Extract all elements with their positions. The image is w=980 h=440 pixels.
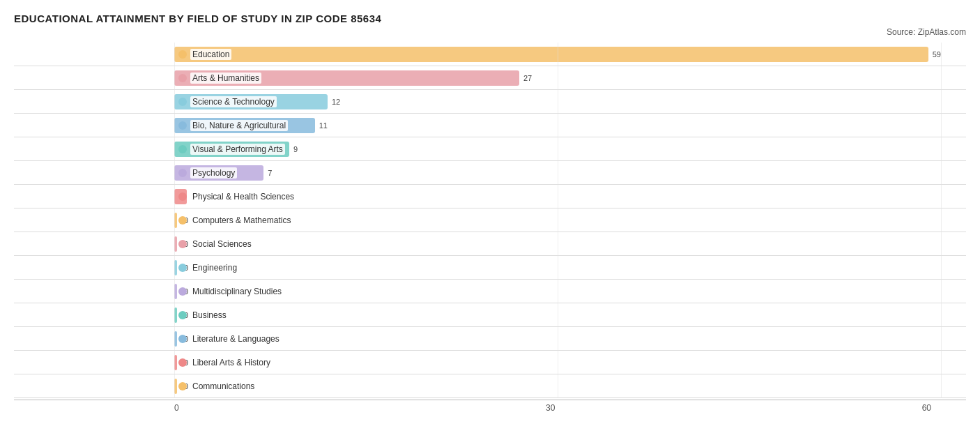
bar-label: Computers & Mathematics [178, 215, 293, 226]
bar-row: 0Liberal Arts & History [14, 351, 966, 374]
bar-label: Communications [178, 381, 257, 392]
bar-label: Social Sciences [178, 238, 254, 250]
label-text: Business [190, 310, 229, 321]
bar-fill [174, 284, 177, 299]
label-dot [178, 358, 187, 367]
bar-value-label: 59 [933, 50, 941, 59]
bar-row: 59Education [14, 43, 966, 66]
bar-row: 11Bio, Nature & Agricultural [14, 114, 966, 137]
label-text: Multidisciplinary Studies [190, 286, 284, 297]
x-axis: 03060 [14, 400, 966, 413]
bar-label: Bio, Nature & Agricultural [178, 120, 288, 131]
label-text: Social Sciences [190, 238, 254, 250]
chart-title: EDUCATIONAL ATTAINMENT BY FIELD OF STUDY… [14, 7, 966, 24]
label-text: Physical & Health Sciences [190, 191, 296, 202]
label-dot [178, 287, 187, 296]
bar-fill [174, 379, 177, 394]
bar-row: 1Physical & Health Sciences [14, 185, 966, 208]
bar-fill [174, 331, 177, 347]
bar-label: Science & Technology [178, 96, 277, 107]
label-text: Education [190, 49, 231, 60]
bar-row: 0Social Sciences [14, 232, 966, 256]
label-text: Psychology [190, 167, 237, 179]
bar-value-label: 11 [319, 121, 328, 130]
bar-fill [174, 355, 177, 370]
bar-label: Literature & Languages [178, 333, 282, 344]
bar-row: 0Literature & Languages [14, 327, 966, 351]
bar-label: Multidisciplinary Studies [178, 286, 284, 297]
label-dot [178, 50, 187, 59]
label-dot [178, 192, 187, 201]
bar-row: 12Science & Technology [14, 90, 966, 114]
label-text: Bio, Nature & Agricultural [190, 120, 288, 131]
label-text: Literature & Languages [190, 333, 282, 344]
bar-row: 0Engineering [14, 256, 966, 280]
bar-row: 27Arts & Humanities [14, 66, 966, 90]
label-dot [178, 335, 187, 343]
label-text: Science & Technology [190, 96, 277, 107]
label-text: Visual & Performing Arts [190, 144, 285, 155]
bar-row: 0Communications [14, 374, 966, 398]
bar-row: 0Multidisciplinary Studies [14, 280, 966, 303]
label-dot [178, 311, 187, 319]
label-dot [178, 382, 187, 390]
bar-label: Business [178, 310, 229, 321]
label-dot [178, 98, 187, 106]
label-text: Engineering [190, 262, 239, 273]
bar-label: Physical & Health Sciences [178, 191, 296, 202]
label-text: Computers & Mathematics [190, 215, 293, 226]
bar-row: 9Visual & Performing Arts [14, 137, 966, 161]
bar-row: 0Business [14, 303, 966, 327]
x-axis-label: 60 [922, 403, 931, 413]
bar-fill [174, 213, 177, 228]
x-axis-label: 30 [546, 403, 555, 413]
label-dot [178, 216, 187, 225]
bar-label: Psychology [178, 167, 237, 179]
chart-area: 59Education27Arts & Humanities12Science … [14, 43, 966, 413]
bar-label: Education [178, 49, 231, 60]
bar-fill [174, 260, 177, 275]
source-label: Source: ZipAtlas.com [14, 27, 966, 37]
label-text: Arts & Humanities [190, 73, 261, 84]
label-dot [178, 264, 187, 272]
label-dot [178, 121, 187, 130]
label-dot [178, 169, 187, 177]
bar-fill [174, 47, 928, 62]
bar-row: 7Psychology [14, 161, 966, 185]
label-text: Liberal Arts & History [190, 357, 273, 368]
label-dot [178, 145, 187, 153]
bar-label: Liberal Arts & History [178, 357, 273, 368]
bar-fill [174, 236, 177, 252]
bar-fill [174, 308, 177, 323]
label-dot [178, 240, 187, 248]
bar-label: Visual & Performing Arts [178, 144, 285, 155]
bar-label: Arts & Humanities [178, 73, 261, 84]
bar-row: 0Computers & Mathematics [14, 208, 966, 232]
bar-value-label: 27 [523, 74, 532, 82]
label-text: Communications [190, 381, 257, 392]
bar-value-label: 9 [293, 145, 298, 153]
bar-value-label: 12 [332, 98, 340, 106]
bar-label: Engineering [178, 262, 239, 273]
bar-value-label: 7 [268, 169, 272, 177]
label-dot [178, 74, 187, 82]
x-axis-label: 0 [174, 403, 179, 413]
